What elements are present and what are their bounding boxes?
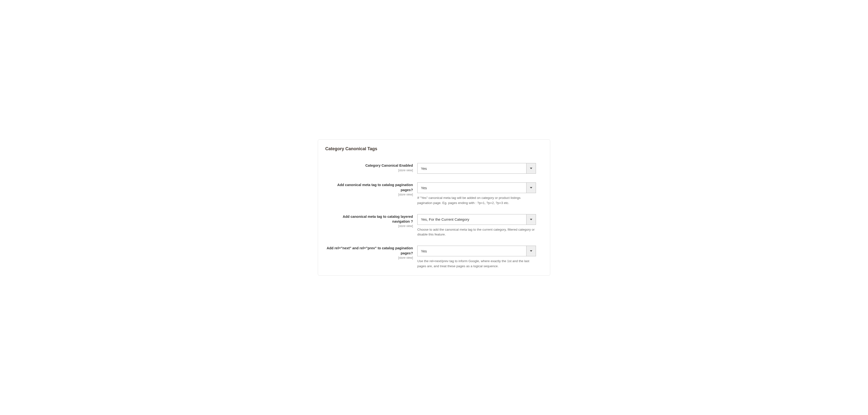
- field-control-col: Yes If "Yes" canonical meta tag will be …: [417, 182, 536, 205]
- field-row-pagination-canonical: Add canonical meta tag to catalog pagina…: [325, 182, 543, 205]
- field-control-col: Yes: [417, 163, 536, 174]
- select-canonical-enabled[interactable]: Yes: [417, 163, 536, 174]
- field-label-col: Category Canonical Enabled [store view]: [325, 163, 417, 172]
- field-scope: [store view]: [325, 256, 413, 260]
- field-note-layered-nav-canonical: Choose to add the canonical meta tag to …: [417, 227, 536, 237]
- select-wrapper-rel-next-prev: Yes: [417, 246, 536, 256]
- field-note-pagination-canonical: If "Yes" canonical meta tag will be adde…: [417, 196, 536, 205]
- select-wrapper-pagination-canonical: Yes: [417, 182, 536, 193]
- field-note-rel-next-prev: Use the rel=next/prev tag to inform Goog…: [417, 259, 536, 269]
- field-row-rel-next-prev: Add rel="next" and rel="prev" to catalog…: [325, 246, 543, 269]
- field-row-layered-nav-canonical: Add canonical meta tag to catalog layere…: [325, 214, 543, 237]
- field-label-rel-next-prev: Add rel="next" and rel="prev" to catalog…: [325, 246, 413, 256]
- field-control-col: Yes, For the Current Category Choose to …: [417, 214, 536, 237]
- select-layered-nav-canonical[interactable]: Yes, For the Current Category: [417, 214, 536, 225]
- field-label-pagination-canonical: Add canonical meta tag to catalog pagina…: [325, 182, 413, 192]
- select-pagination-canonical[interactable]: Yes: [417, 182, 536, 193]
- field-row-canonical-enabled: Category Canonical Enabled [store view] …: [325, 163, 543, 174]
- field-label-layered-nav-canonical: Add canonical meta tag to catalog layere…: [325, 214, 413, 224]
- field-label-col: Add rel="next" and rel="prev" to catalog…: [325, 246, 417, 260]
- field-scope: [store view]: [325, 224, 413, 228]
- field-scope: [store view]: [325, 193, 413, 196]
- select-wrapper-layered-nav-canonical: Yes, For the Current Category: [417, 214, 536, 225]
- panel-title: Category Canonical Tags: [325, 146, 543, 151]
- select-wrapper-canonical-enabled: Yes: [417, 163, 536, 174]
- field-label-canonical-enabled: Category Canonical Enabled: [325, 163, 413, 168]
- field-label-col: Add canonical meta tag to catalog pagina…: [325, 182, 417, 196]
- field-label-col: Add canonical meta tag to catalog layere…: [325, 214, 417, 228]
- field-control-col: Yes Use the rel=next/prev tag to inform …: [417, 246, 536, 269]
- field-scope: [store view]: [325, 169, 413, 172]
- category-canonical-tags-panel: Category Canonical Tags Category Canonic…: [318, 139, 550, 276]
- select-rel-next-prev[interactable]: Yes: [417, 246, 536, 256]
